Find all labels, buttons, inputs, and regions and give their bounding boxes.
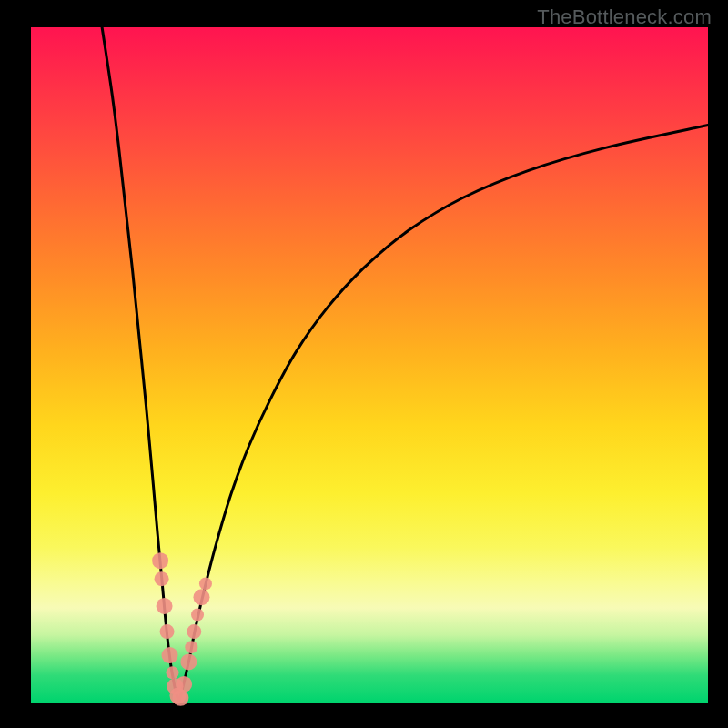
curve-right_branch [179,126,708,701]
highlight-dot [199,577,212,590]
highlight-dot [180,653,197,670]
highlight-dot [155,571,169,586]
highlight-dot [187,624,201,639]
highlight-dot [176,676,192,693]
highlight-dot [152,552,168,569]
highlight-dot [191,609,204,622]
highlight-dot [185,641,197,653]
curve-layer [0,0,728,728]
highlight-dot [162,647,178,663]
chart-frame: TheBottleneck.com [0,0,728,728]
highlight-dot [160,624,175,639]
highlight-dot [193,589,209,605]
highlight-dot [167,666,179,679]
highlight-dot [157,598,173,614]
